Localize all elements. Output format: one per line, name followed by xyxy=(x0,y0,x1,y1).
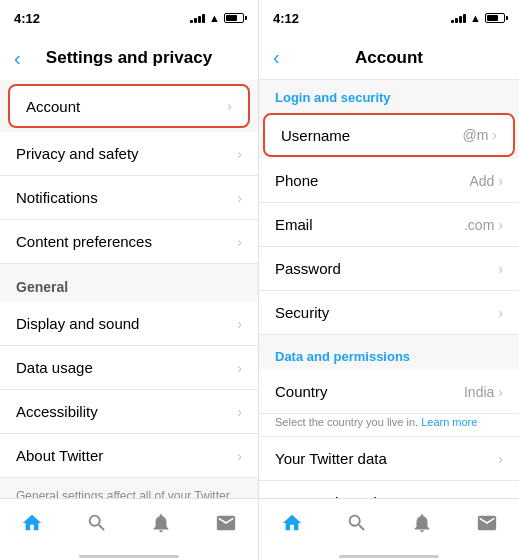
country-value: India › xyxy=(464,384,503,400)
right-nav-bell[interactable] xyxy=(402,506,442,546)
left-bell-icon xyxy=(150,512,172,539)
notifications-chevron: › xyxy=(237,190,242,206)
right-time: 4:12 xyxy=(273,11,299,26)
right-content: Login and security Username @m › Phone A… xyxy=(259,80,519,498)
right-status-icons: ▲ xyxy=(451,12,505,24)
data-section-label: Data and permissions xyxy=(259,339,519,370)
content-prefs-item[interactable]: Content preferences › xyxy=(0,220,258,264)
login-section-label: Login and security xyxy=(259,80,519,111)
right-panel: 4:12 ▲ ‹ Account Login and security User… xyxy=(259,0,519,560)
notifications-label: Notifications xyxy=(16,189,98,206)
left-signal-icon xyxy=(190,13,205,23)
display-item[interactable]: Display and sound › xyxy=(0,302,258,346)
left-search-icon xyxy=(86,512,108,539)
left-nav-home[interactable] xyxy=(12,506,52,546)
right-nav-home[interactable] xyxy=(272,506,312,546)
right-battery-icon xyxy=(485,13,505,23)
left-header-title: Settings and privacy xyxy=(46,48,212,68)
country-block: Country India › Select the country you l… xyxy=(259,370,519,437)
left-nav-bell[interactable] xyxy=(141,506,181,546)
privacy-item[interactable]: Privacy and safety › xyxy=(0,132,258,176)
general-section-header: General xyxy=(0,264,258,302)
left-nav-mail[interactable] xyxy=(206,506,246,546)
data-usage-chevron: › xyxy=(237,360,242,376)
phone-value: Add › xyxy=(469,173,503,189)
privacy-label: Privacy and safety xyxy=(16,145,139,162)
about-twitter-item[interactable]: About Twitter › xyxy=(0,434,258,478)
twitter-data-chevron: › xyxy=(498,451,503,467)
accessibility-label: Accessibility xyxy=(16,403,98,420)
about-twitter-label: About Twitter xyxy=(16,447,103,464)
general-group: Display and sound › Data usage › Accessi… xyxy=(0,302,258,478)
account-item[interactable]: Account › xyxy=(8,84,250,128)
general-section-title: General xyxy=(16,279,68,295)
account-label: Account xyxy=(26,98,80,115)
notifications-item[interactable]: Notifications › xyxy=(0,176,258,220)
right-status-bar: 4:12 ▲ xyxy=(259,0,519,36)
left-bottom-nav xyxy=(0,498,258,552)
content-prefs-chevron: › xyxy=(237,234,242,250)
phone-chevron: › xyxy=(498,173,503,189)
right-bottom-nav xyxy=(259,498,519,552)
twitter-data-item[interactable]: Your Twitter data › xyxy=(259,437,519,481)
left-panel: 4:12 ▲ ‹ Settings and privacy Account › xyxy=(0,0,259,560)
apps-sessions-item[interactable]: Apps and sessions › xyxy=(259,481,519,498)
display-chevron: › xyxy=(237,316,242,332)
email-item[interactable]: Email .com › xyxy=(259,203,519,247)
password-item[interactable]: Password › xyxy=(259,247,519,291)
login-group: Username @m › Phone Add › Email .com › xyxy=(259,113,519,335)
left-settings-list: Account › Privacy and safety › Notificat… xyxy=(0,80,258,498)
country-label: Country xyxy=(275,383,328,400)
twitter-data-label: Your Twitter data xyxy=(275,450,387,467)
right-bell-icon xyxy=(411,512,433,539)
right-nav-search[interactable] xyxy=(337,506,377,546)
password-label: Password xyxy=(275,260,341,277)
right-back-button[interactable]: ‹ xyxy=(273,46,280,69)
left-status-icons: ▲ xyxy=(190,12,244,24)
left-home-indicator xyxy=(0,552,258,560)
right-mail-icon xyxy=(476,512,498,539)
email-label: Email xyxy=(275,216,313,233)
general-footer-text: General settings affect all of your Twit… xyxy=(16,489,230,498)
left-nav-search[interactable] xyxy=(77,506,117,546)
privacy-chevron: › xyxy=(237,146,242,162)
content-prefs-label: Content preferences xyxy=(16,233,152,250)
country-sub: Select the country you live in. Learn mo… xyxy=(259,414,519,437)
left-mail-icon xyxy=(215,512,237,539)
accessibility-item[interactable]: Accessibility › xyxy=(0,390,258,434)
left-back-button[interactable]: ‹ xyxy=(14,47,21,70)
right-wifi-icon: ▲ xyxy=(470,12,481,24)
right-home-indicator xyxy=(259,552,519,560)
left-header: ‹ Settings and privacy xyxy=(0,36,258,80)
accessibility-chevron: › xyxy=(237,404,242,420)
left-status-bar: 4:12 ▲ xyxy=(0,0,258,36)
general-footer: General settings affect all of your Twit… xyxy=(0,478,258,498)
username-value: @m › xyxy=(462,127,497,143)
right-search-icon xyxy=(346,512,368,539)
data-usage-label: Data usage xyxy=(16,359,93,376)
settings-group-1: Privacy and safety › Notifications › Con… xyxy=(0,132,258,264)
account-chevron: › xyxy=(227,98,232,114)
about-twitter-chevron: › xyxy=(237,448,242,464)
username-item[interactable]: Username @m › xyxy=(263,113,515,157)
right-nav-mail[interactable] xyxy=(467,506,507,546)
password-chevron: › xyxy=(498,261,503,277)
country-item[interactable]: Country India › xyxy=(259,370,519,414)
email-value: .com › xyxy=(464,217,503,233)
left-time: 4:12 xyxy=(14,11,40,26)
learn-more-link[interactable]: Learn more xyxy=(421,416,477,428)
security-label: Security xyxy=(275,304,329,321)
left-home-icon xyxy=(21,512,43,539)
security-item[interactable]: Security › xyxy=(259,291,519,335)
data-usage-item[interactable]: Data usage › xyxy=(0,346,258,390)
right-header-title: Account xyxy=(355,48,423,68)
right-header: ‹ Account xyxy=(259,36,519,80)
email-chevron: › xyxy=(498,217,503,233)
username-label: Username xyxy=(281,127,350,144)
display-label: Display and sound xyxy=(16,315,139,332)
phone-item[interactable]: Phone Add › xyxy=(259,159,519,203)
phone-label: Phone xyxy=(275,172,318,189)
right-home-icon xyxy=(281,512,303,539)
security-chevron: › xyxy=(498,305,503,321)
country-chevron: › xyxy=(498,384,503,400)
